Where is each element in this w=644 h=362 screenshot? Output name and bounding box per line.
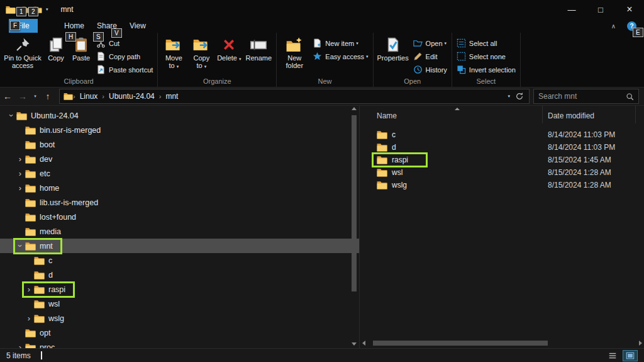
thumbnails-view-icon: [626, 351, 635, 360]
chevron-expanded-icon[interactable]: ›: [16, 241, 25, 251]
refresh-icon[interactable]: [515, 92, 524, 101]
breadcrumb-item-linux[interactable]: Linux: [75, 92, 103, 101]
scrollbar-track[interactable]: [368, 339, 636, 347]
scroll-left-icon[interactable]: [362, 341, 365, 346]
search-box[interactable]: [533, 89, 639, 104]
new-item-button[interactable]: New item ▾: [313, 37, 368, 50]
invert-selection-button[interactable]: Invert selection: [457, 63, 516, 76]
select-none-button[interactable]: Select none: [457, 50, 516, 63]
edit-button[interactable]: Edit: [413, 50, 447, 63]
scrollbar-thumb[interactable]: [352, 115, 357, 291]
tab-home[interactable]: Home: [58, 19, 91, 33]
thumbnails-view-button[interactable]: [623, 350, 638, 361]
history-icon: [413, 65, 423, 74]
chevron-expanded-icon[interactable]: ›: [7, 111, 16, 121]
folder-icon: [16, 111, 27, 120]
up-button[interactable]: ↑: [40, 91, 55, 101]
breadcrumb[interactable]: › Linux › Ubuntu-24.04 › mnt ▾: [59, 89, 530, 104]
rename-button[interactable]: Rename: [243, 34, 274, 77]
tree-item-lib-usr-is-merged[interactable]: › lib.usr-is-merged: [0, 195, 359, 210]
tree-item-wsl[interactable]: › wsl: [0, 297, 359, 311]
chevron-collapsed-icon[interactable]: ›: [24, 285, 34, 294]
history-button[interactable]: History: [413, 63, 447, 76]
breadcrumb-item-mnt[interactable]: mnt: [161, 92, 182, 101]
details-view-button[interactable]: [605, 350, 620, 361]
tree-item-home[interactable]: › home: [0, 181, 359, 195]
minimize-button[interactable]: —: [557, 0, 586, 19]
qat-customize-dropdown-icon[interactable]: ▾: [46, 7, 48, 12]
keytip-home: H: [65, 32, 76, 42]
close-button[interactable]: ×: [615, 0, 644, 19]
tree-item-c[interactable]: › c: [0, 253, 359, 268]
search-input[interactable]: [538, 92, 626, 101]
tree-vertical-scrollbar[interactable]: [350, 107, 358, 346]
file-row-raspi[interactable]: raspi 8/15/2024 1:45 AM: [360, 154, 644, 166]
tab-view[interactable]: View: [123, 19, 152, 33]
maximize-button[interactable]: □: [586, 0, 615, 19]
file-row-c[interactable]: c 8/14/2024 11:03 PM: [360, 128, 644, 141]
copy-to-button[interactable]: Copy to▾: [187, 34, 215, 77]
window-controls: — □ ×: [557, 0, 644, 19]
tree-item-boot[interactable]: › boot: [0, 137, 359, 152]
address-dropdown-icon[interactable]: ▾: [502, 94, 515, 99]
delete-button[interactable]: Delete▾: [215, 34, 243, 77]
copy-button[interactable]: Copy: [43, 34, 69, 77]
tree-item-raspi[interactable]: › raspi: [0, 282, 359, 297]
list-horizontal-scrollbar[interactable]: [362, 339, 642, 347]
chevron-collapsed-icon[interactable]: ›: [15, 169, 25, 178]
tree-item-proc[interactable]: › proc: [0, 340, 359, 348]
new-folder-button[interactable]: New folder: [279, 34, 310, 77]
keytip-view: V: [111, 28, 122, 38]
folder-icon: [25, 329, 36, 337]
window-title: mnt: [61, 5, 74, 14]
tree-item-etc[interactable]: › etc: [0, 166, 359, 181]
chevron-collapsed-icon[interactable]: ›: [15, 154, 25, 164]
tree-item-media[interactable]: › media: [0, 224, 359, 239]
tree-item-lost-found[interactable]: › lost+found: [0, 210, 359, 224]
easy-access-button[interactable]: Easy access ▾: [313, 50, 368, 63]
back-button[interactable]: ←: [0, 91, 15, 101]
tree-item-wslg[interactable]: › wslg: [0, 311, 359, 325]
copy-path-button[interactable]: Copy path: [96, 50, 153, 63]
file-row-d[interactable]: d 8/14/2024 11:03 PM: [360, 141, 644, 154]
scrollbar-thumb[interactable]: [373, 341, 548, 346]
scroll-down-icon[interactable]: [352, 342, 357, 346]
copy-path-button-label: Copy path: [109, 53, 140, 60]
forward-button[interactable]: →: [15, 91, 30, 101]
file-row-wsl[interactable]: wsl 8/15/2024 1:28 AM: [360, 166, 644, 179]
pin-to-quick-access-button[interactable]: Pin to Quick access: [2, 34, 43, 77]
chevron-collapsed-icon[interactable]: ›: [15, 183, 25, 193]
cut-button[interactable]: Cut: [96, 37, 153, 50]
select-all-icon: [457, 38, 466, 48]
tree-item-opt[interactable]: › opt: [0, 325, 359, 340]
scrollbar-track[interactable]: [350, 110, 358, 342]
folder-icon: [377, 130, 387, 139]
tree-item-d[interactable]: › d: [0, 268, 359, 282]
copy-to-button-label: Copy to: [193, 54, 209, 69]
breadcrumb-item-ubuntu-24-04[interactable]: Ubuntu-24.04: [104, 92, 159, 101]
keytip-qat-1: 1: [16, 7, 26, 16]
folder-icon: [25, 213, 36, 222]
file-list: c 8/14/2024 11:03 PM d 8/14/2024 11:03 P…: [360, 123, 644, 191]
folder-icon: [34, 314, 45, 323]
paste-shortcut-button[interactable]: Paste shortcut: [96, 63, 153, 76]
column-header-date-modified[interactable]: Date modified: [543, 106, 636, 123]
open-button[interactable]: Open ▾: [413, 37, 447, 50]
tree-item-mnt[interactable]: › mnt: [0, 239, 359, 253]
select-all-button[interactable]: Select all: [457, 37, 516, 50]
collapse-ribbon-icon[interactable]: ∧: [611, 23, 616, 30]
recent-locations-dropdown-icon[interactable]: ▾: [30, 94, 40, 99]
column-header-name[interactable]: Name: [360, 106, 543, 123]
folder-icon: [25, 184, 36, 193]
properties-button[interactable]: Properties: [375, 34, 411, 77]
scroll-right-icon[interactable]: [639, 341, 642, 346]
chevron-collapsed-icon[interactable]: ›: [24, 314, 34, 323]
tree-item-dev[interactable]: › dev: [0, 152, 359, 166]
file-row-wslg[interactable]: wslg 8/15/2024 1:28 AM: [360, 179, 644, 191]
chevron-collapsed-icon[interactable]: ›: [15, 342, 25, 348]
tree-item-bin-usr-is-merged[interactable]: › bin.usr-is-merged: [0, 123, 359, 137]
paste-shortcut-icon: [96, 65, 106, 74]
tree-item-ubuntu-24-04[interactable]: › Ubuntu-24.04: [0, 108, 359, 123]
move-to-button[interactable]: Move to▾: [160, 34, 187, 77]
keytip-share: S: [93, 32, 104, 42]
